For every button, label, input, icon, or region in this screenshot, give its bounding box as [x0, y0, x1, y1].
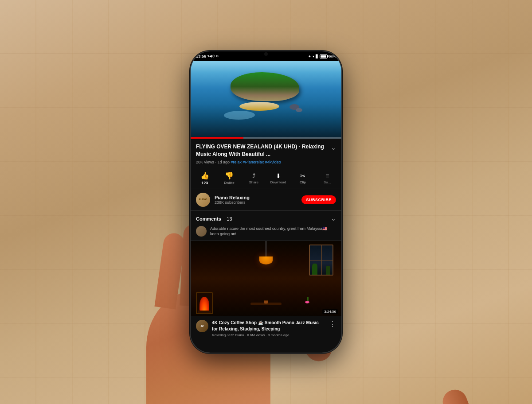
status-right: ✦ ▾ ▊ 96% — [308, 54, 336, 58]
more-options-button[interactable]: ⋮ — [329, 320, 336, 328]
battery-percent: 96% — [329, 54, 336, 58]
recommended-info: JZ 4K Cozy Coffee Shop ☕ Smooth Piano Ja… — [191, 316, 341, 341]
rock-2 — [296, 108, 302, 112]
rec-video-details: 4K Cozy Coffee Shop ☕ Smooth Piano Jazz … — [212, 320, 325, 337]
fire-flame — [200, 297, 209, 312]
like-icon: 👍 — [200, 171, 209, 180]
video-progress-bar[interactable] — [191, 137, 341, 139]
subscriber-count: 238K subscribers — [215, 200, 297, 205]
share-icon: ⤴ — [252, 172, 255, 179]
time-display: 13:56 — [196, 54, 206, 58]
save-label: Sa... — [324, 180, 331, 184]
channel-info: Piano Relaxing 238K subscribers — [215, 195, 297, 205]
comment-text: Adorable nature the most southest countr… — [210, 226, 336, 237]
download-icon: ⬇ — [276, 172, 281, 179]
download-button[interactable]: ⬇ Download — [270, 172, 287, 184]
save-button[interactable]: ≡ Sa... — [318, 172, 336, 184]
dislike-label: Dislike — [224, 181, 235, 185]
dislike-button[interactable]: 👎 Dislike — [220, 171, 238, 185]
video-info-section: FLYING OVER NEW ZEALAND (4K UHD) - Relax… — [191, 139, 341, 168]
bluetooth-icon: ✦ — [308, 54, 311, 58]
subscribe-button[interactable]: SUBSCRIBE — [301, 195, 336, 204]
download-label: Download — [270, 180, 286, 184]
like-button[interactable]: 👍 123 — [196, 171, 214, 185]
channel-avatar[interactable]: PIANO — [196, 193, 210, 207]
comments-section: Comments 13 ⌄ Adorable nature the most s… — [191, 211, 341, 241]
status-time: 13:56 ▾◀ ⬡ ⊙ — [196, 54, 219, 58]
expand-icon[interactable]: ⌄ — [331, 144, 336, 151]
recommended-video[interactable]: 3:24:56 JZ 4K Cozy Coffee Shop ☕ Smooth … — [191, 241, 341, 341]
comment-avatar — [196, 226, 207, 237]
video-meta: 20K views · 1d ago #relax #Pianorelax #4… — [196, 160, 336, 164]
comments-expand-icon[interactable]: ⌄ — [331, 215, 336, 222]
recommended-thumbnail: 3:24:56 — [191, 241, 341, 316]
clip-icon: ✂ — [300, 172, 305, 179]
rec-video-title: 4K Cozy Coffee Shop ☕ Smooth Piano Jazz … — [212, 320, 325, 332]
window-divider-h — [310, 260, 332, 260]
window — [309, 245, 333, 276]
island-shape — [228, 72, 304, 114]
lamp-shade — [259, 256, 273, 264]
channel-row: PIANO Piano Relaxing 238K subscribers SU… — [191, 189, 341, 211]
clip-button[interactable]: ✂ Clip — [294, 172, 312, 184]
battery-indicator — [320, 54, 328, 58]
signal-bar: ▊ — [316, 54, 318, 58]
status-bar: 13:56 ▾◀ ⬡ ⊙ ✦ ▾ ▊ 96% — [191, 51, 341, 61]
share-button[interactable]: ⤴ Share — [245, 172, 262, 184]
video-duration: 3:24:56 — [322, 309, 338, 314]
rec-avatar-text: JZ — [200, 325, 203, 327]
dislike-icon: 👎 — [225, 171, 234, 180]
main-island — [231, 72, 299, 101]
time-ago: 1d ago — [218, 160, 230, 164]
share-label: Share — [249, 180, 258, 184]
comments-count: 13 — [227, 216, 232, 221]
flower-head — [305, 301, 309, 303]
video-thumbnail[interactable] — [191, 61, 341, 139]
phone-screen: 13:56 ▾◀ ⬡ ⊙ ✦ ▾ ▊ 96% — [191, 51, 341, 353]
flowers — [305, 297, 310, 304]
rec-channel-avatar: JZ — [196, 320, 208, 332]
comments-label: Comments — [196, 216, 221, 221]
rec-time-ago: 8 months ago — [268, 333, 289, 337]
save-icon: ≡ — [325, 172, 329, 179]
avatar-text: PIANO — [198, 197, 208, 202]
beach-sand — [239, 102, 279, 111]
rec-channel-name: Relaxing Jazz Piano · 6.6M views · 8 mon… — [212, 333, 325, 337]
like-count: 123 — [201, 181, 208, 185]
view-count: 20K views — [196, 160, 214, 164]
progress-fill — [191, 137, 243, 139]
lamp-cord — [266, 241, 266, 259]
phone-device: 13:56 ▾◀ ⬡ ⊙ ✦ ▾ ▊ 96% — [191, 51, 341, 353]
rec-views: 6.6M views — [247, 333, 265, 337]
comment-item: Adorable nature the most southest countr… — [196, 226, 336, 237]
fireplace — [196, 292, 213, 314]
clip-label: Clip — [300, 180, 306, 184]
thumb-finger — [439, 386, 489, 404]
channel-name[interactable]: Piano Relaxing — [215, 195, 297, 200]
tree-left — [312, 264, 317, 275]
tree-right — [326, 266, 330, 275]
rec-channel-text: Relaxing Jazz Piano — [212, 333, 244, 337]
fire-base — [198, 311, 211, 313]
camera-dot — [264, 52, 268, 56]
hashtag-text: #relax #Pianorelax #4kvideo — [231, 160, 281, 164]
coffee-cup — [264, 300, 268, 304]
action-bar: 👍 123 👎 Dislike ⤴ Share ⬇ Download — [191, 168, 341, 189]
comments-header-group: Comments 13 — [196, 214, 232, 222]
wifi-icon: ▾ — [313, 54, 314, 58]
signal-icons: ▾◀ ⬡ ⊙ — [207, 54, 219, 58]
avatar-image: PIANO — [196, 193, 210, 207]
video-title: FLYING OVER NEW ZEALAND (4K UHD) - Relax… — [196, 143, 331, 158]
